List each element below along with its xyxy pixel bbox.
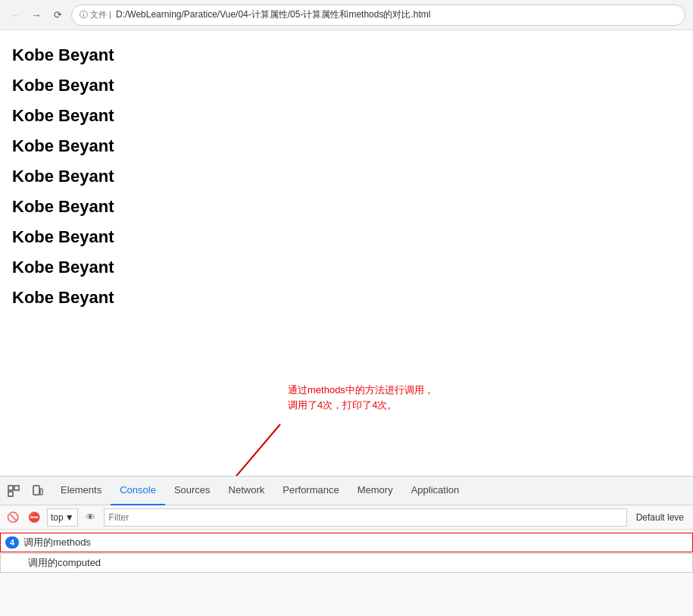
tab-performance[interactable]: Performance — [273, 477, 348, 505]
device-toggle-button[interactable] — [27, 480, 48, 502]
tab-elements[interactable]: Elements — [52, 477, 111, 505]
console-entries: 4 调用的methods 调用的computed — [0, 530, 693, 576]
tab-memory-label: Memory — [357, 484, 393, 496]
page-entry-7: Kobe Beyant — [12, 227, 681, 247]
file-label: 文件 — [90, 10, 107, 19]
page-entry-9: Kobe Beyant — [12, 288, 681, 308]
svg-rect-3 — [8, 486, 13, 490]
page-entry-6: Kobe Beyant — [12, 197, 681, 217]
devtools-tabs: Elements Console Sources Network Perform… — [0, 477, 693, 505]
svg-rect-6 — [33, 486, 39, 495]
tab-performance-label: Performance — [283, 484, 339, 496]
block-icon-button[interactable]: ⛔ — [26, 509, 42, 526]
tab-elements-label: Elements — [61, 484, 101, 496]
console-entry-computed[interactable]: 调用的computed — [0, 553, 693, 573]
computed-entry-text: 调用的computed — [28, 556, 101, 570]
page-entry-5: Kobe Beyant — [12, 167, 681, 186]
filter-input[interactable] — [104, 508, 627, 527]
tab-sources[interactable]: Sources — [165, 477, 220, 505]
forward-button[interactable]: → — [29, 8, 44, 23]
devtools-toolbar: 🚫 ⛔ top ▼ 👁 Default leve — [0, 505, 693, 530]
inspect-element-button[interactable] — [3, 480, 24, 502]
tab-console-label: Console — [120, 484, 156, 496]
page-entry-4: Kobe Beyant — [12, 136, 681, 156]
devtools-panel: Elements Console Sources Network Perform… — [0, 476, 693, 616]
tab-console[interactable]: Console — [111, 477, 165, 505]
top-select[interactable]: top ▼ — [47, 508, 78, 527]
address-bar[interactable]: ⓘ 文件 | D:/WebLearning/Paratice/Vue/04-计算… — [71, 5, 685, 26]
svg-rect-4 — [8, 492, 13, 496]
clear-console-button[interactable]: 🚫 — [5, 509, 21, 526]
back-button[interactable]: ← — [8, 8, 23, 23]
reload-button[interactable]: ⟳ — [50, 8, 65, 23]
eye-button[interactable]: 👁 — [83, 509, 99, 526]
console-entry-methods[interactable]: 4 调用的methods — [0, 533, 693, 552]
tab-application[interactable]: Application — [402, 477, 469, 505]
page-entry-8: Kobe Beyant — [12, 258, 681, 277]
svg-rect-5 — [14, 486, 19, 490]
svg-rect-7 — [40, 489, 42, 495]
top-label: top — [51, 512, 64, 523]
page-entry-2: Kobe Beyant — [12, 76, 681, 95]
methods-entry-text: 调用的methods — [23, 536, 91, 549]
page-entry-1: Kobe Beyant — [12, 45, 681, 65]
tab-memory[interactable]: Memory — [348, 477, 402, 505]
address-text: D:/WebLearning/Paratice/Vue/04-计算属性/05-计… — [116, 8, 430, 21]
tab-network[interactable]: Network — [220, 477, 274, 505]
tab-network-label: Network — [229, 484, 265, 496]
page-content: Kobe Beyant Kobe Beyant Kobe Beyant Kobe… — [0, 30, 693, 476]
tab-application-label: Application — [411, 484, 460, 496]
methods-badge: 4 — [5, 536, 19, 549]
browser-chrome: ← → ⟳ ⓘ 文件 | D:/WebLearning/Paratice/Vue… — [0, 0, 693, 30]
tab-sources-label: Sources — [174, 484, 211, 496]
lock-icon: ⓘ 文件 | — [80, 9, 111, 20]
dropdown-chevron-icon: ▼ — [65, 512, 74, 523]
page-entry-3: Kobe Beyant — [12, 106, 681, 126]
default-level-label: Default leve — [632, 512, 688, 523]
